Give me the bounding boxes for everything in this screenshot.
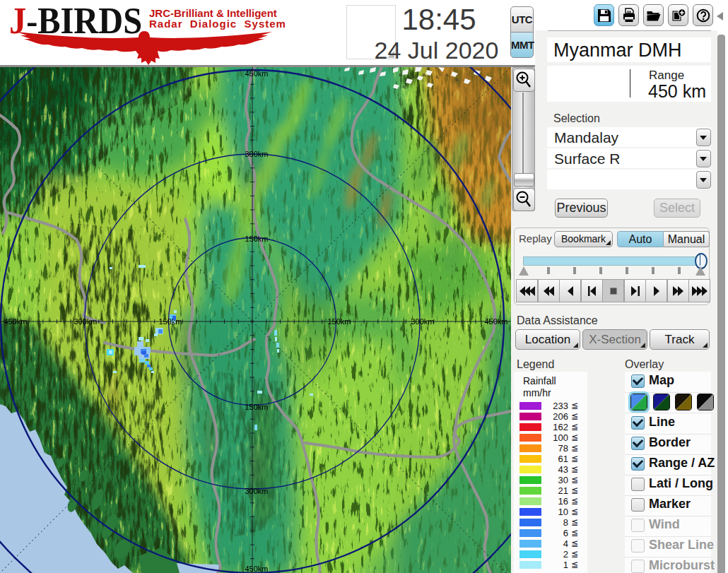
svg-text:150km: 150km bbox=[158, 317, 182, 326]
svg-text:300km: 300km bbox=[411, 317, 434, 326]
svg-text:300km: 300km bbox=[74, 317, 97, 326]
svg-text:150km: 150km bbox=[245, 235, 268, 243]
svg-text:450km: 450km bbox=[4, 317, 27, 326]
svg-text:150km: 150km bbox=[245, 403, 268, 411]
svg-text:450km: 450km bbox=[484, 317, 507, 326]
svg-text:450km: 450km bbox=[245, 565, 268, 573]
svg-text:450km: 450km bbox=[245, 69, 268, 78]
svg-text:300km: 300km bbox=[245, 487, 268, 495]
svg-text:150km: 150km bbox=[327, 317, 351, 326]
svg-text:300km: 300km bbox=[245, 150, 268, 158]
